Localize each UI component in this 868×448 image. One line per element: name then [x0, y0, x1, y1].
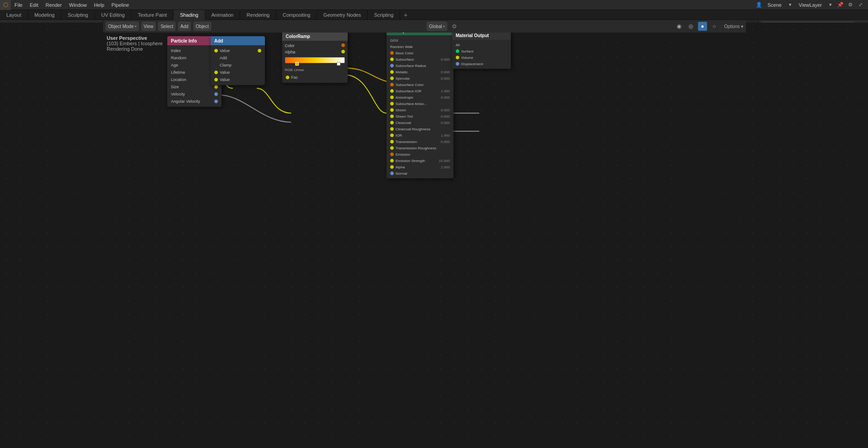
blender-logo: ⬡	[0, 0, 11, 10]
viewport-add-menu[interactable]: Add	[178, 22, 191, 31]
node-editor-left-sidebar: ⊡ Object▾ View Select Add Node ✓ Use Nod…	[103, 229, 207, 438]
menu-pipeline[interactable]: Pipeline	[108, 0, 133, 10]
pin-icon: 📌	[836, 1, 844, 9]
viewport-select-menu[interactable]: Select	[158, 22, 175, 31]
tab-geometry-nodes[interactable]: Geometry Nodes	[317, 10, 368, 20]
tab-add[interactable]: +	[400, 11, 411, 19]
viewport-object-menu[interactable]: Object	[193, 22, 211, 31]
fullscreen-icon[interactable]: ⤢	[856, 1, 864, 9]
tab-sculpting[interactable]: Sculpting	[61, 10, 95, 20]
viewport-shade-solid[interactable]: ◉	[675, 22, 684, 31]
tab-rendering[interactable]: Rendering	[240, 10, 276, 20]
viewport-shade-wireframe[interactable]: ○	[710, 22, 719, 31]
menu-help[interactable]: Help	[90, 0, 108, 10]
viewport-info: User Perspective (103) Embers | Icospher…	[107, 35, 163, 52]
menu-render[interactable]: Render	[42, 0, 66, 10]
viewport-toolbar: Object Mode▾ View Select Add Object Glob…	[103, 20, 746, 33]
top-menu-bar: ⬡ File Edit Render Window Help Pipeline …	[0, 0, 868, 10]
main-content: ◁ ▷ ↑ ↻ C:\Users\C...Documents\ 📁 ⊞ ☰ ⊕ …	[0, 20, 868, 438]
node-canvas-background	[103, 229, 746, 438]
viewport-shade-rendered[interactable]: ●	[698, 22, 707, 31]
proportional-edit-btn[interactable]: ⊙	[450, 22, 459, 31]
viewport-mode-select[interactable]: Object Mode▾	[106, 22, 139, 31]
tab-animation[interactable]: Animation	[205, 10, 241, 20]
object-info: (103) Embers | Icosphere	[107, 41, 163, 46]
tab-texture-paint[interactable]: Texture Paint	[132, 10, 174, 20]
tab-modeling[interactable]: Modeling	[28, 10, 61, 20]
workspace-tabs: Layout Modeling Sculpting UV Editing Tex…	[0, 10, 868, 20]
node-canvas[interactable]: Particle Info Index Random Age Lifetime …	[103, 229, 746, 438]
tab-scripting[interactable]: Scripting	[368, 10, 400, 20]
scene-label: Scene	[765, 2, 784, 8]
center-area: Object Mode▾ View Select Add Object Glob…	[103, 20, 746, 438]
transform-select[interactable]: Global▾	[427, 22, 447, 31]
viewport-shade-material[interactable]: ◎	[686, 22, 695, 31]
viewlayer-label: ViewLayer	[796, 2, 825, 8]
settings-icon[interactable]: ⚙	[846, 1, 854, 9]
menu-window[interactable]: Window	[66, 0, 90, 10]
node-editor-wrapper: ⊡ Object▾ View Select Add Node ✓ Use Nod…	[103, 229, 746, 438]
tab-layout[interactable]: Layout	[0, 10, 28, 20]
viewport-view-menu[interactable]: View	[142, 22, 156, 31]
menu-file[interactable]: File	[11, 0, 26, 10]
menu-edit[interactable]: Edit	[26, 0, 42, 10]
tab-compositing[interactable]: Compositing	[276, 10, 317, 20]
render-status: Rendering Done	[107, 46, 163, 52]
top-menu-right: 👤 Scene ▾ ViewLayer ▾ 📌 ⚙ ⤢	[755, 1, 868, 9]
perspective-label: User Perspective	[107, 35, 163, 41]
user-icon: 👤	[755, 1, 763, 9]
scene-dropdown[interactable]: ▾	[786, 1, 794, 9]
viewlayer-dropdown[interactable]: ▾	[826, 1, 835, 9]
tab-uv-editing[interactable]: UV Editing	[95, 10, 132, 20]
tab-shading[interactable]: Shading	[174, 10, 205, 20]
